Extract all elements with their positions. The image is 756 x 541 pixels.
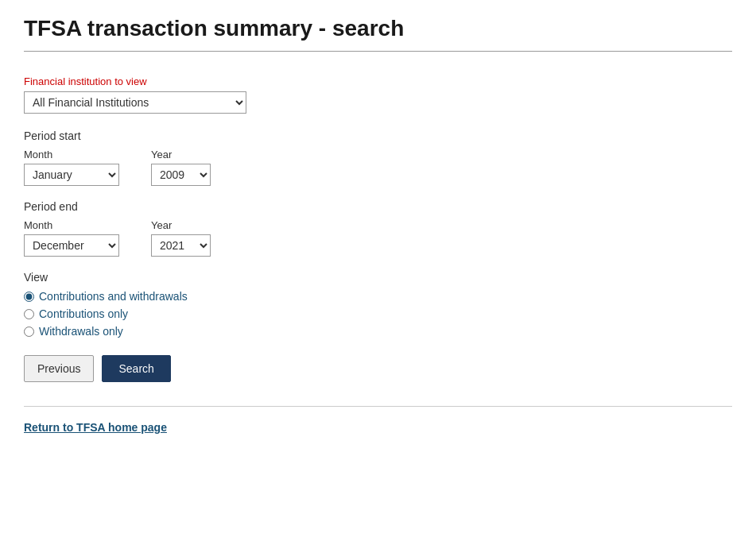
radio-contrib-only-label: Contributions only bbox=[39, 307, 128, 320]
divider bbox=[24, 406, 732, 407]
radio-withdraw-only[interactable]: Withdrawals only bbox=[24, 325, 732, 338]
view-label: View bbox=[24, 271, 732, 284]
start-year-select[interactable]: 2009 2010 2011 2012 2013 2014 2015 2016 … bbox=[151, 164, 211, 186]
radio-contrib-withdraw-input[interactable] bbox=[24, 292, 34, 302]
institution-label: Financial institution to view bbox=[24, 75, 732, 87]
start-month-select[interactable]: January February March April May June Ju… bbox=[24, 164, 119, 186]
start-month-label: Month bbox=[24, 149, 119, 160]
start-year-field: Year 2009 2010 2011 2012 2013 2014 2015 … bbox=[151, 149, 211, 186]
period-start-section: Period start Month January February Marc… bbox=[24, 129, 732, 186]
end-month-select[interactable]: January February March April May June Ju… bbox=[24, 234, 119, 257]
return-link[interactable]: Return to TFSA home page bbox=[24, 421, 167, 434]
end-year-field: Year 2009 2010 2011 2012 2013 2014 2015 … bbox=[151, 219, 211, 257]
start-month-field: Month January February March April May J… bbox=[24, 149, 119, 186]
end-month-field: Month January February March April May J… bbox=[24, 219, 119, 257]
button-row: Previous Search bbox=[24, 355, 732, 382]
institution-select[interactable]: All Financial Institutions Bank A Bank B… bbox=[24, 91, 246, 114]
search-button[interactable]: Search bbox=[102, 355, 170, 382]
period-end-row: Month January February March April May J… bbox=[24, 219, 732, 257]
view-section: View Contributions and withdrawals Contr… bbox=[24, 271, 732, 338]
period-end-section: Period end Month January February March … bbox=[24, 200, 732, 257]
radio-withdraw-only-input[interactable] bbox=[24, 327, 34, 337]
previous-button[interactable]: Previous bbox=[24, 355, 94, 382]
radio-contrib-only[interactable]: Contributions only bbox=[24, 307, 732, 320]
radio-withdraw-only-label: Withdrawals only bbox=[39, 325, 123, 338]
end-year-label: Year bbox=[151, 219, 211, 231]
view-radio-group: Contributions and withdrawals Contributi… bbox=[24, 290, 732, 338]
end-month-label: Month bbox=[24, 219, 119, 231]
end-year-select[interactable]: 2009 2010 2011 2012 2013 2014 2015 2016 … bbox=[151, 234, 211, 257]
institution-section: Financial institution to view All Financ… bbox=[24, 75, 732, 114]
radio-contrib-withdraw[interactable]: Contributions and withdrawals bbox=[24, 290, 732, 303]
period-start-label: Period start bbox=[24, 129, 732, 142]
start-year-label: Year bbox=[151, 149, 211, 160]
radio-contrib-only-input[interactable] bbox=[24, 309, 34, 319]
period-end-label: Period end bbox=[24, 200, 732, 213]
period-start-row: Month January February March April May J… bbox=[24, 149, 732, 186]
page-title: TFSA transaction summary - search bbox=[24, 16, 732, 52]
radio-contrib-withdraw-label: Contributions and withdrawals bbox=[39, 290, 188, 303]
